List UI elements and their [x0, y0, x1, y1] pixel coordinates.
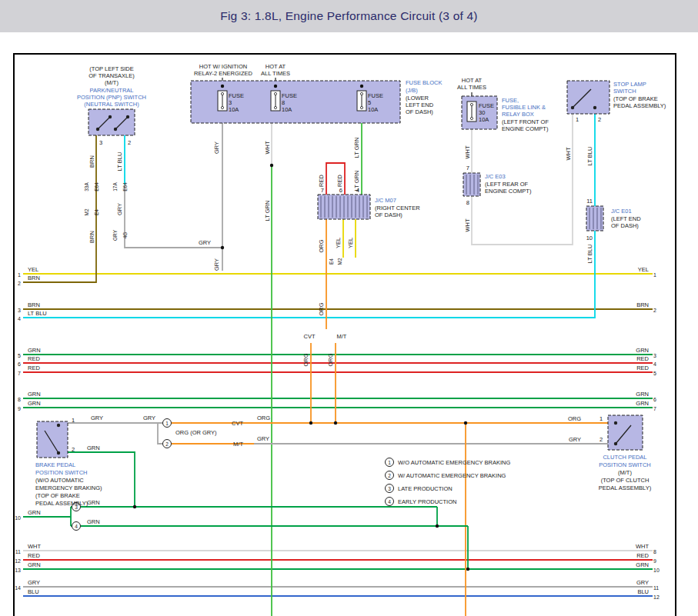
left-pin-number: 6: [18, 361, 21, 367]
diagram-label: (TOP OF CLUTCH: [601, 477, 650, 484]
diagram-label: LEFT END: [406, 102, 434, 108]
legend-number: 2: [388, 473, 391, 478]
left-pin-number: 5: [18, 353, 21, 358]
left-pin-number: 7: [18, 371, 21, 376]
diagram-label: FUSE,: [502, 97, 519, 104]
right-pin-number: 4: [653, 361, 656, 367]
left-pin-number: 4: [18, 316, 21, 321]
diagram-label: 10A: [282, 106, 292, 113]
clutch-contact-terminal: [614, 421, 617, 425]
diagram-label: ORG: [327, 353, 334, 366]
right-pin-number: 3: [653, 353, 656, 358]
diagram-label: M2: [337, 258, 342, 265]
left-pin-number: 11: [15, 549, 21, 554]
fuse-terminal: [360, 106, 362, 108]
diagram-label: STOP LAMP: [613, 81, 646, 88]
diagram-label: ENGINE COMPT): [485, 188, 532, 195]
right-wire-label: GRN: [636, 400, 649, 407]
right-pin-number: 11: [653, 585, 659, 591]
diagram-label: BRN: [89, 155, 95, 168]
diagram-label: ORG: [318, 239, 325, 252]
diagram-label: YEL: [335, 238, 342, 248]
right-pin-number: 9: [653, 558, 656, 564]
diagram-label: M/T: [337, 333, 347, 340]
diagram-label: J/C E01: [611, 208, 632, 215]
diagram-label: ORG: [257, 415, 270, 421]
legend-text: W/ AUTOMATIC EMERGENCY BRAKING: [398, 472, 506, 479]
diagram-label: 10A: [229, 106, 239, 113]
wiring-diagram: 12341W/O AUTOMATIC EMERGENCY BRAKING2W/ …: [0, 0, 698, 616]
pnp-contact-2-terminal: [126, 115, 129, 118]
left-wire-label: GRN: [28, 509, 41, 516]
left-wire-label: GRN: [28, 561, 41, 568]
junction-dot: [309, 421, 312, 425]
left-pin-number: 14: [15, 585, 21, 591]
diagram-label: 10A: [368, 106, 378, 113]
diagram-label: BRAKE PEDAL: [35, 461, 75, 468]
diagram-label: (M/T): [618, 469, 632, 476]
diagram-label: E4: [94, 209, 99, 215]
right-wire-label: YEL: [638, 266, 649, 273]
left-pin-number: 13: [15, 568, 21, 573]
right-pin-number: 5: [653, 371, 656, 376]
diagram-label: FUSE: [479, 102, 494, 109]
legend-number: 4: [388, 499, 391, 504]
left-pin-number: 9: [18, 406, 21, 411]
stop-lamp-contact-terminal: [571, 106, 574, 109]
diagram-label: (TOP OF BRAKE: [35, 492, 80, 499]
junction-dot: [221, 85, 224, 88]
right-pin-number: 8: [653, 549, 656, 554]
junction-dot: [274, 85, 277, 88]
pnp-contact-1-terminal: [109, 115, 112, 118]
right-wire-label: GRN: [636, 561, 649, 568]
left-wire-label: GRN: [28, 391, 41, 398]
diagram-label: OF DASH): [406, 108, 433, 115]
circled-number-text: 4: [75, 524, 78, 529]
diagram-label: 11: [586, 198, 593, 205]
diagram-label: M2: [84, 208, 89, 215]
diagram-label: (LEFT FRONT OF: [502, 118, 549, 125]
right-wire-label: GRY: [636, 579, 649, 586]
fuse-terminal: [360, 92, 362, 95]
diagram-label: FUSE: [229, 92, 244, 99]
left-wire-label: RED: [28, 355, 40, 362]
diagram-label: (NEUTRAL SWITCH): [84, 101, 139, 108]
diagram-label: GRY: [112, 229, 118, 241]
diagram-label: 33A: [84, 182, 89, 191]
diagram-label: ORG: [302, 353, 309, 366]
diagram-label: GRY: [143, 415, 155, 421]
diagram-label: (RIGHT CENTER: [375, 205, 420, 211]
diagram-label: ENGINE COMPT): [502, 125, 549, 132]
diagram-label: RELAY-2 ENERGIZED: [194, 70, 252, 77]
left-wire-label: GRN: [28, 347, 41, 354]
diagram-label: M/T: [233, 441, 243, 448]
diagram-label: RED: [318, 175, 325, 187]
diagram-label: 3: [229, 99, 232, 106]
right-pin-number: 1: [653, 272, 656, 278]
diagram-label: WHT: [464, 218, 471, 231]
diagram-label: FUSE BLOCK: [406, 79, 443, 86]
diagram-label: RED: [336, 175, 343, 187]
junction-dot: [270, 164, 273, 167]
diagram-label: ORG: [568, 415, 581, 422]
left-pin-number: 10: [15, 515, 21, 521]
diagram-label: PEDAL ASSEMBLY): [613, 102, 666, 109]
diagram-label: BRN: [89, 231, 95, 243]
diagram-label: 1: [72, 417, 75, 424]
right-pin-number: 12: [653, 594, 660, 600]
pnp-contact-2-terminal: [114, 128, 117, 131]
diagram-label: LT GRN: [353, 138, 360, 158]
diagram-label: HOT AT: [462, 77, 483, 84]
diagram-label: (W/O AUTOMATIC: [35, 477, 84, 484]
diagram-label: WHT: [264, 141, 271, 154]
junction-dot: [464, 421, 467, 425]
diagram-label: ALL TIMES: [457, 84, 486, 91]
diagram-label: 8: [282, 99, 285, 106]
diagram-label: LT BLU: [586, 245, 593, 264]
diagram-label: 4: [356, 187, 359, 194]
left-wire-label: RED: [28, 365, 40, 371]
diagram-label: EMERGENCY BRAKING): [35, 484, 102, 491]
diagram-label: LT BLU: [116, 152, 123, 171]
diagram-label: FUSE: [368, 92, 383, 99]
diagram-label: E64: [94, 182, 99, 191]
